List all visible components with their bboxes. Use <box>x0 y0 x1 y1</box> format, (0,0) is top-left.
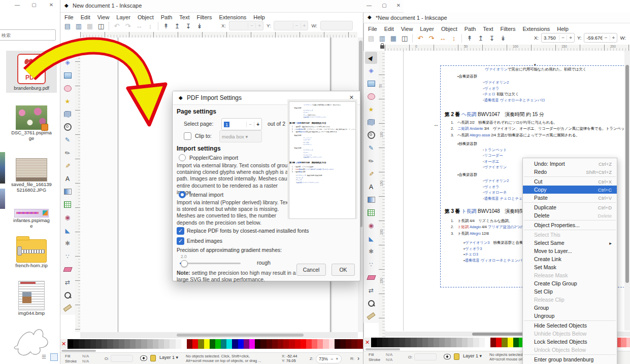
raise-icon[interactable]: ↥ <box>172 21 183 31</box>
menu-filters[interactable]: Filters <box>497 25 519 32</box>
file-item-infantes.pspimag[interactable]: infantes.pspimage <box>6 209 57 229</box>
menu-layer[interactable]: Layer <box>416 25 438 32</box>
menu-object[interactable]: Object <box>134 14 157 21</box>
menu-item-duplicate[interactable]: DuplicateCtrl+D <box>523 203 617 211</box>
view-list-icon[interactable]: ☰ <box>42 354 48 360</box>
menu-item-lock-selected-objects[interactable]: Lock Selected Objects <box>523 338 617 346</box>
node-editor-tool[interactable]: ◈ <box>61 56 74 68</box>
menu-item-select-same[interactable]: Select Same▸ <box>523 239 617 247</box>
tweak-tool[interactable]: ✱ <box>61 237 74 249</box>
mesh-tool[interactable] <box>365 207 377 219</box>
color-swatch-31[interactable] <box>244 339 249 349</box>
color-swatch-9[interactable] <box>422 338 428 347</box>
layer-selector[interactable]: Layer 1 ▾ <box>159 355 178 360</box>
filter-input[interactable]: 検索 <box>0 29 56 41</box>
layer-visibility-icon[interactable] <box>444 354 451 359</box>
color-swatch-33[interactable] <box>255 339 260 349</box>
clipboard-icon[interactable]: ▤ <box>62 21 73 31</box>
color-swatch-14[interactable] <box>147 339 153 349</box>
color-swatch-42[interactable] <box>306 339 312 349</box>
color-swatch-51[interactable] <box>357 339 363 349</box>
color-swatch-17[interactable] <box>164 339 170 349</box>
color-swatch-2[interactable] <box>382 338 388 347</box>
flip-horizontal-icon[interactable]: ↔ <box>134 21 145 31</box>
horizontal-scrollbar[interactable] <box>80 332 358 338</box>
eraser-tool[interactable] <box>61 263 74 275</box>
color-swatch-21[interactable] <box>490 338 496 347</box>
x-increment[interactable]: + <box>567 35 574 41</box>
rectangle-tool[interactable] <box>61 69 74 82</box>
redo-icon[interactable]: ↷ <box>426 33 437 44</box>
color-swatch-16[interactable] <box>462 338 468 347</box>
layer-lock-icon[interactable] <box>454 353 459 360</box>
gradient-tool[interactable] <box>61 186 74 198</box>
color-swatch-23[interactable] <box>198 339 204 349</box>
guide-lock-icon[interactable] <box>380 45 384 49</box>
close-button[interactable]: ✕ <box>394 3 403 8</box>
color-swatch-45[interactable] <box>626 338 630 347</box>
color-swatch-37[interactable] <box>278 339 283 349</box>
undo-icon[interactable]: ↶ <box>111 21 122 31</box>
text-tool[interactable]: A <box>365 181 377 193</box>
close-button[interactable]: ✕ <box>47 2 56 8</box>
color-swatch-36[interactable] <box>272 339 278 349</box>
color-swatch-0[interactable] <box>68 339 73 349</box>
color-swatch-24[interactable] <box>204 339 210 349</box>
color-swatch-26[interactable] <box>215 339 221 349</box>
clip-checkbox[interactable] <box>184 132 191 140</box>
lower-icon[interactable]: ↧ <box>486 33 498 44</box>
color-swatch-24[interactable] <box>508 338 513 347</box>
spiral-tool[interactable] <box>365 129 377 141</box>
palette-scroll-indicator[interactable] <box>61 350 96 352</box>
file-item-french-horn.zip[interactable]: french-horn.zip <box>6 239 57 268</box>
menu-view[interactable]: View <box>94 14 113 21</box>
file-item-saved_file_166139[interactable]: saved_file_1661395216802.JPG <box>6 158 57 193</box>
menu-item-delete[interactable]: DeleteDelete <box>523 211 617 220</box>
color-swatch-38[interactable] <box>283 339 289 349</box>
color-swatch-23[interactable] <box>502 338 507 347</box>
box-3d-tool[interactable] <box>61 108 74 120</box>
menu-edit[interactable]: Edit <box>77 14 94 21</box>
selection-frame-icon[interactable]: ◫ <box>399 33 410 44</box>
view-thumbnails-icon[interactable] <box>50 353 58 361</box>
color-swatch-22[interactable] <box>496 338 502 347</box>
color-swatch-15[interactable] <box>456 338 462 347</box>
pencil-tool[interactable]: ✎ <box>61 134 74 146</box>
y-field[interactable]: -59.676 − + <box>584 33 617 43</box>
color-swatch-46[interactable] <box>329 339 335 349</box>
color-swatch-20[interactable] <box>181 339 187 349</box>
connector-tool[interactable]: ⇄ <box>61 276 74 288</box>
color-swatch-22[interactable] <box>192 339 198 349</box>
zoom-tool[interactable] <box>365 297 377 309</box>
palette-chevron-icon[interactable]: › <box>357 355 359 362</box>
selector-tool[interactable]: ▶ <box>365 52 377 64</box>
file-item-img044.bmp[interactable]: img044.bmp <box>6 281 57 316</box>
menu-item-copy[interactable]: CopyCtrl+C <box>523 186 617 194</box>
y-field[interactable]: −+ <box>274 21 308 30</box>
clipboard-icon[interactable]: ▤ <box>366 33 377 44</box>
color-swatch-35[interactable] <box>267 339 272 349</box>
menu-object[interactable]: Object <box>438 25 461 32</box>
page-decrement-button[interactable]: − <box>246 122 254 127</box>
file-item-brandenburg.pdf[interactable]: PDFbrandenburg.pdf <box>6 51 57 93</box>
color-swatch-2[interactable] <box>79 339 84 349</box>
color-swatch-16[interactable] <box>158 339 164 349</box>
vertical-scrollbar-thumb[interactable] <box>625 65 629 283</box>
color-swatch-49[interactable] <box>346 339 351 349</box>
lower-icon[interactable]: ↧ <box>183 21 194 31</box>
color-swatch-3[interactable] <box>85 339 90 349</box>
color-swatch-1[interactable] <box>377 338 382 347</box>
color-swatch-50[interactable] <box>351 339 357 349</box>
color-swatch-32[interactable] <box>249 339 255 349</box>
menu-item-cut[interactable]: CutCtrl+X <box>523 177 617 186</box>
import-icon[interactable]: ▥ <box>73 21 84 31</box>
maximize-button[interactable]: ▢ <box>29 2 39 8</box>
selection-frame-icon[interactable]: ◫ <box>95 21 107 31</box>
color-swatch-14[interactable] <box>451 338 456 347</box>
color-swatch-48[interactable] <box>340 339 346 349</box>
color-swatch-6[interactable] <box>405 338 411 347</box>
menu-item-hide-selected-objects[interactable]: Hide Selected Objects <box>523 321 617 330</box>
menu-item-set-mask[interactable]: Set Mask <box>523 263 617 271</box>
box-3d-tool[interactable] <box>365 116 377 128</box>
color-swatch-17[interactable] <box>468 338 473 347</box>
